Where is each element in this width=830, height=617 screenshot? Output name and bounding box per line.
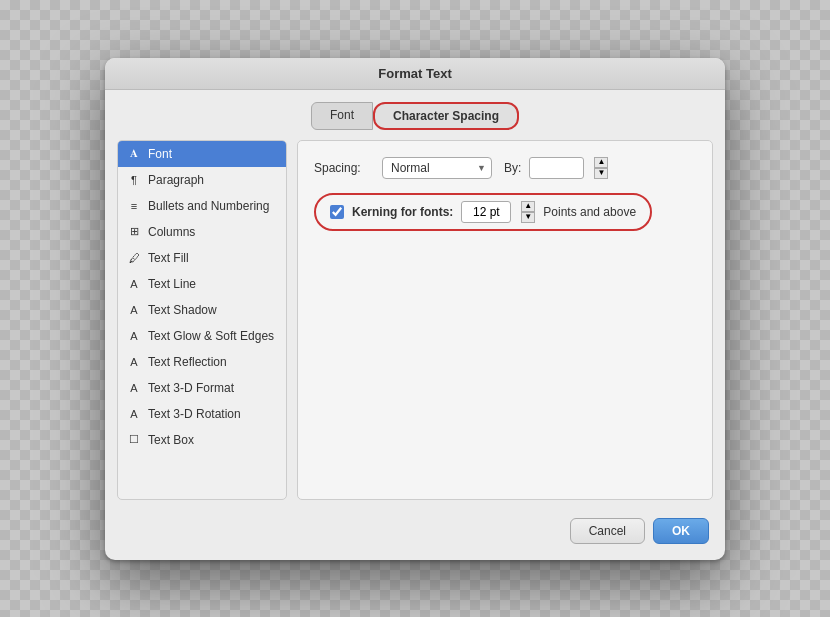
by-label: By:	[504, 161, 521, 175]
sidebar: 𝐀 Font ¶ Paragraph ≡ Bullets and Numberi…	[117, 140, 287, 500]
columns-icon: ⊞	[126, 224, 142, 240]
by-increment-button[interactable]: ▲	[594, 157, 608, 168]
ok-button[interactable]: OK	[653, 518, 709, 544]
sidebar-item-text-box[interactable]: ☐ Text Box	[118, 427, 286, 453]
text-3d-rotation-icon: A	[126, 406, 142, 422]
kerning-label[interactable]: Kerning for fonts:	[352, 205, 453, 219]
sidebar-item-text-3d-rotation[interactable]: A Text 3-D Rotation	[118, 401, 286, 427]
by-stepper: ▲ ▼	[594, 157, 608, 179]
spacing-select[interactable]: Normal	[382, 157, 492, 179]
text-reflection-icon: A	[126, 354, 142, 370]
sidebar-item-text-reflection[interactable]: A Text Reflection	[118, 349, 286, 375]
spacing-select-wrapper: Normal ▼	[382, 157, 492, 179]
tab-character-spacing[interactable]: Character Spacing	[373, 102, 519, 130]
sidebar-item-text-line[interactable]: A Text Line	[118, 271, 286, 297]
spacing-label: Spacing:	[314, 161, 374, 175]
sidebar-item-text-glow[interactable]: A Text Glow & Soft Edges	[118, 323, 286, 349]
spacing-row: Spacing: Normal ▼ By: ▲ ▼	[314, 157, 696, 179]
kerning-decrement-button[interactable]: ▼	[521, 212, 535, 223]
kerning-row: Kerning for fonts: ▲ ▼ Points and above	[314, 193, 652, 231]
tab-font[interactable]: Font	[311, 102, 373, 130]
by-input[interactable]	[529, 157, 584, 179]
sidebar-item-paragraph[interactable]: ¶ Paragraph	[118, 167, 286, 193]
text-fill-icon: 🖊	[126, 250, 142, 266]
tabs-row: Font Character Spacing	[117, 102, 713, 130]
text-glow-icon: A	[126, 328, 142, 344]
sidebar-item-columns[interactable]: ⊞ Columns	[118, 219, 286, 245]
kerning-stepper: ▲ ▼	[521, 201, 535, 223]
text-shadow-icon: A	[126, 302, 142, 318]
by-decrement-button[interactable]: ▼	[594, 168, 608, 179]
cancel-button[interactable]: Cancel	[570, 518, 645, 544]
dialog-body: Font Character Spacing 𝐀 Font ¶ Paragrap…	[105, 90, 725, 560]
sidebar-item-text-shadow[interactable]: A Text Shadow	[118, 297, 286, 323]
kerning-increment-button[interactable]: ▲	[521, 201, 535, 212]
font-icon: 𝐀	[126, 146, 142, 162]
button-row: Cancel OK	[117, 510, 713, 548]
bullets-icon: ≡	[126, 198, 142, 214]
content-area: 𝐀 Font ¶ Paragraph ≡ Bullets and Numberi…	[117, 140, 713, 500]
sidebar-item-text-3d-format[interactable]: A Text 3-D Format	[118, 375, 286, 401]
sidebar-item-bullets[interactable]: ≡ Bullets and Numbering	[118, 193, 286, 219]
kerning-checkbox[interactable]	[330, 205, 344, 219]
text-line-icon: A	[126, 276, 142, 292]
points-label: Points and above	[543, 205, 636, 219]
dialog-title-bar: Format Text	[105, 58, 725, 90]
kerning-input[interactable]	[461, 201, 511, 223]
format-text-dialog: Format Text Font Character Spacing 𝐀 Fon…	[105, 58, 725, 560]
paragraph-icon: ¶	[126, 172, 142, 188]
sidebar-item-font[interactable]: 𝐀 Font	[118, 141, 286, 167]
dialog-title: Format Text	[378, 66, 451, 81]
text-box-icon: ☐	[126, 432, 142, 448]
main-panel: Spacing: Normal ▼ By: ▲ ▼	[297, 140, 713, 500]
sidebar-item-text-fill[interactable]: 🖊 Text Fill	[118, 245, 286, 271]
text-3d-format-icon: A	[126, 380, 142, 396]
